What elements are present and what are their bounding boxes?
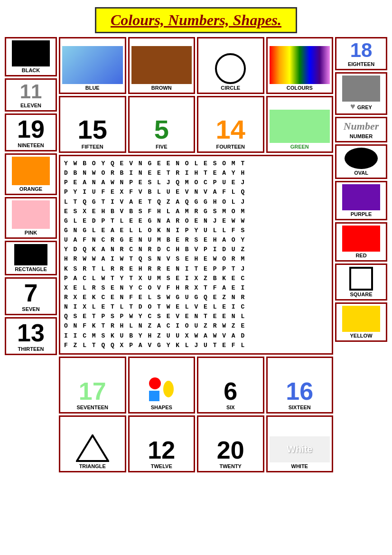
card-oval: OVAL: [335, 144, 387, 179]
card-thirteen: 13 THIRTEEN: [5, 317, 57, 355]
circle-shape: [215, 53, 246, 84]
thirteen-label: THIRTEEN: [18, 346, 44, 352]
grey-color-box: [342, 75, 380, 102]
bottom-row-2: TRIANGLE 12 TWELVE 20 TWENTY White WHITE: [59, 415, 333, 472]
number-seventeen: 17: [79, 379, 106, 404]
green-label: GREEN: [290, 144, 309, 150]
blue-square-icon: [149, 391, 159, 401]
card-twelve: 12 TWELVE: [128, 415, 196, 472]
triangle-label: TRIANGLE: [79, 463, 106, 469]
card-colours: COLOURS: [266, 37, 334, 94]
white-color-box: White: [270, 436, 330, 462]
card-purple: PURPLE: [335, 181, 387, 220]
colours-rainbow: [270, 46, 330, 84]
svg-marker-0: [77, 435, 108, 461]
number-sixteen: 16: [286, 379, 313, 404]
orange-label: ORANGE: [19, 186, 42, 192]
number-seven: 7: [24, 281, 38, 305]
purple-label: PURPLE: [351, 211, 372, 217]
card-twenty: 20 TWENTY: [197, 415, 264, 472]
left-column: BLACK 11 ELEVEN 19 NINETEEN ORANGE PINK: [5, 37, 57, 472]
number-display: Number: [344, 120, 379, 132]
brown-label: BROWN: [151, 85, 172, 91]
card-fourteen: 14 FOURTEEN: [197, 96, 264, 153]
orange-color-box: [12, 157, 50, 185]
blue-label: BLUE: [85, 85, 100, 91]
card-black: BLACK: [5, 37, 57, 76]
six-label: SIX: [226, 404, 235, 410]
yellow-label: YELLOW: [350, 333, 372, 339]
card-number: Number NUMBER: [335, 117, 387, 142]
card-nineteen: 19 NINETEEN: [5, 113, 57, 151]
white-label: WHITE: [291, 463, 308, 469]
card-eleven: 11 ELEVEN: [5, 78, 57, 112]
fourteen-label: FOURTEEN: [216, 144, 245, 150]
brown-color-box: [131, 46, 192, 84]
rectangle-label: RECTANGLE: [15, 266, 47, 272]
oval-label: OVAL: [354, 170, 368, 176]
title-box: Colours, Numbers, Shapes.: [95, 7, 297, 33]
wordsearch: Y W B O Y Q E V N G E E N O L E S O M T …: [59, 155, 333, 355]
five-label: FIVE: [156, 144, 167, 150]
black-label: BLACK: [22, 67, 40, 73]
card-orange: ORANGE: [5, 153, 57, 195]
page-title: Colours, Numbers, Shapes.: [111, 11, 281, 28]
blue-color-box: [62, 46, 123, 84]
card-white: White WHITE: [266, 415, 334, 472]
number-eighteen: 18: [350, 40, 373, 60]
card-six: 6 SIX: [197, 357, 264, 414]
bottom-row-1: 17 SEVENTEEN SHAPES 6 SIX: [59, 357, 333, 414]
eighteen-label: EIGHTEEN: [348, 61, 374, 67]
card-fifteen: 15 FIFTEEN: [59, 96, 126, 153]
second-row: 15 FIFTEEN 5 FIVE 14 FOURTEEN GREEN: [59, 96, 333, 153]
nineteen-label: NINETEEN: [18, 142, 44, 148]
card-rectangle: RECTANGLE: [5, 241, 57, 275]
pink-label: PINK: [25, 230, 37, 235]
wordsearch-grid: Y W B O Y Q E V N G E E N O L E S O M T …: [64, 159, 328, 350]
eleven-label: ELEVEN: [20, 103, 41, 108]
card-eighteen: 18 EIGHTEEN: [335, 37, 387, 70]
card-square: SQUARE: [335, 263, 387, 301]
number-fourteen: 14: [216, 116, 245, 143]
white-inner-text: White: [287, 444, 312, 455]
card-brown: BROWN: [128, 37, 196, 94]
triangle-shape: [76, 434, 109, 462]
red-circle-icon: [149, 377, 161, 389]
green-color-box: [270, 110, 330, 143]
top-row: BLUE BROWN CIRCLE COLOURS: [59, 37, 333, 94]
shapes-icons: [147, 375, 176, 404]
card-triangle: TRIANGLE: [59, 415, 126, 472]
colours-label: COLOURS: [287, 85, 313, 91]
number-twenty: 20: [217, 438, 244, 462]
card-pink: PINK: [5, 197, 57, 239]
card-yellow: YELLOW: [335, 302, 387, 342]
seventeen-label: SEVENTEEN: [76, 404, 108, 410]
black-color-box: [12, 40, 50, 66]
main-layout: BLACK 11 ELEVEN 19 NINETEEN ORANGE PINK: [5, 37, 387, 472]
oval-shape: [345, 148, 378, 169]
card-red: RED: [335, 222, 387, 262]
card-sixteen: 16 SIXTEEN: [266, 357, 334, 414]
center-column: BLUE BROWN CIRCLE COLOURS 15: [59, 37, 333, 472]
card-blue: BLUE: [59, 37, 126, 94]
grey-label: GREY: [357, 104, 372, 110]
yellow-oval-icon: [163, 381, 174, 397]
number-label: NUMBER: [350, 133, 373, 139]
sixteen-label: SIXTEEN: [289, 404, 311, 410]
square-shape: [349, 267, 373, 291]
right-column: 18 EIGHTEEN ♥ GREY Number NUMBER OVAL: [335, 37, 387, 472]
number-fifteen: 15: [78, 116, 107, 143]
red-label: RED: [355, 253, 366, 258]
fifteen-label: FIFTEEN: [82, 144, 103, 150]
card-circle: CIRCLE: [197, 37, 264, 94]
twelve-label: TWELVE: [151, 463, 172, 469]
circle-label: CIRCLE: [221, 85, 240, 91]
grey-heart-icon: ♥: [350, 102, 355, 112]
rectangle-shape: [14, 244, 47, 265]
purple-color-box: [342, 184, 380, 210]
card-five: 5 FIVE: [128, 96, 196, 153]
number-nineteen: 19: [17, 117, 45, 141]
number-six: 6: [224, 379, 237, 404]
card-seven: 7 SEVEN: [5, 277, 57, 315]
number-five: 5: [154, 116, 169, 143]
